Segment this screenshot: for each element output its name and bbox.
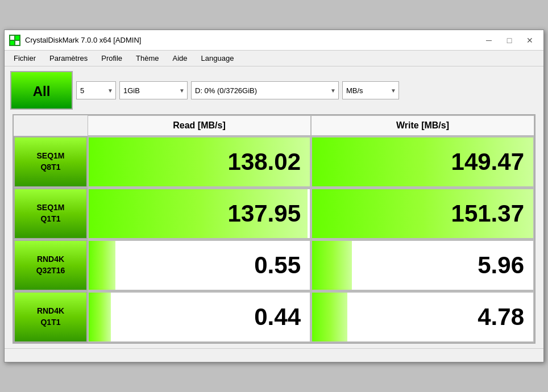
all-button[interactable]: All	[10, 71, 73, 110]
read-value-2: 0.55	[254, 252, 301, 279]
row-label-2: RND4KQ32T16	[14, 240, 88, 291]
write-cell-1: 151.37	[311, 188, 534, 239]
menu-fichier[interactable]: Fichier	[7, 52, 43, 65]
read-value-3: 0.44	[254, 303, 301, 331]
svg-rect-2	[15, 36, 19, 40]
write-value-1: 151.37	[451, 200, 524, 227]
size-select[interactable]: 1MiB 32MiB 1GiB 32GiB	[119, 81, 188, 99]
read-cell-0: 138.02	[88, 136, 311, 187]
header-read: Read [MB/s]	[88, 115, 311, 136]
drive-select-wrapper: D: 0% (0/3726GiB)	[191, 81, 339, 99]
read-bar-3	[89, 293, 111, 341]
unit-select[interactable]: MB/s GB/s IOPS μs	[342, 81, 399, 99]
read-value-1: 137.95	[228, 200, 301, 227]
title-bar: CrystalDiskMark 7.0.0 x64 [ADMIN] ─ □ ✕	[5, 30, 543, 51]
row-label-3: RND4KQ1T1	[14, 291, 88, 343]
write-value-0: 149.47	[451, 148, 524, 176]
table-row: RND4KQ32T16 0.55 5.96	[14, 239, 534, 291]
close-button[interactable]: ✕	[521, 34, 539, 47]
write-cell-2: 5.96	[311, 240, 534, 291]
write-bar-3	[312, 293, 347, 341]
write-cell-3: 4.78	[311, 291, 534, 343]
read-bar-2	[89, 241, 115, 290]
title-bar-controls: ─ □ ✕	[480, 34, 539, 47]
toolbar: All 1 3 5 9 1MiB 32MiB 1GiB 32GiB D: 0% …	[5, 66, 543, 114]
window-title: CrystalDiskMark 7.0.0 x64 [ADMIN]	[25, 36, 141, 44]
read-value-0: 138.02	[228, 148, 301, 176]
write-value-2: 5.96	[478, 252, 524, 279]
results-grid: Read [MB/s] Write [MB/s] SEQ1MQ8T1 138.0…	[13, 114, 535, 344]
status-bar	[5, 348, 543, 362]
menu-bar: Fichier Paramètres Profile Thème Aide La…	[5, 51, 543, 66]
header-write: Write [MB/s]	[311, 115, 534, 136]
menu-profile[interactable]: Profile	[94, 52, 129, 65]
main-content: Read [MB/s] Write [MB/s] SEQ1MQ8T1 138.0…	[5, 114, 543, 348]
minimize-button[interactable]: ─	[480, 34, 498, 47]
drive-select[interactable]: D: 0% (0/3726GiB)	[191, 81, 339, 99]
size-select-wrapper: 1MiB 32MiB 1GiB 32GiB	[119, 81, 188, 99]
read-cell-1: 137.95	[88, 188, 311, 239]
menu-parametres[interactable]: Paramètres	[43, 52, 94, 65]
write-value-3: 4.78	[478, 303, 524, 331]
count-select[interactable]: 1 3 5 9	[76, 81, 116, 99]
write-bar-2	[312, 241, 352, 290]
table-row: SEQ1MQ8T1 138.02 149.47	[14, 136, 534, 187]
row-label-1: SEQ1MQ1T1	[14, 188, 88, 239]
app-window: CrystalDiskMark 7.0.0 x64 [ADMIN] ─ □ ✕ …	[4, 30, 544, 362]
svg-rect-4	[15, 41, 19, 45]
unit-select-wrapper: MB/s GB/s IOPS μs	[342, 81, 399, 99]
count-select-wrapper: 1 3 5 9	[76, 81, 116, 99]
read-cell-3: 0.44	[88, 291, 311, 343]
header-empty	[14, 115, 88, 136]
maximize-button[interactable]: □	[500, 34, 518, 47]
read-cell-2: 0.55	[88, 240, 311, 291]
menu-aide[interactable]: Aide	[166, 52, 194, 65]
table-header: Read [MB/s] Write [MB/s]	[14, 115, 534, 136]
table-row: RND4KQ1T1 0.44 4.78	[14, 291, 534, 343]
app-icon	[9, 35, 20, 46]
menu-theme[interactable]: Thème	[129, 52, 165, 65]
table-row: SEQ1MQ1T1 137.95 151.37	[14, 187, 534, 239]
title-bar-left: CrystalDiskMark 7.0.0 x64 [ADMIN]	[9, 35, 141, 46]
write-cell-0: 149.47	[311, 136, 534, 187]
svg-rect-1	[10, 36, 14, 40]
row-label-0: SEQ1MQ8T1	[14, 136, 88, 187]
svg-rect-3	[10, 41, 14, 45]
menu-language[interactable]: Language	[194, 52, 241, 65]
